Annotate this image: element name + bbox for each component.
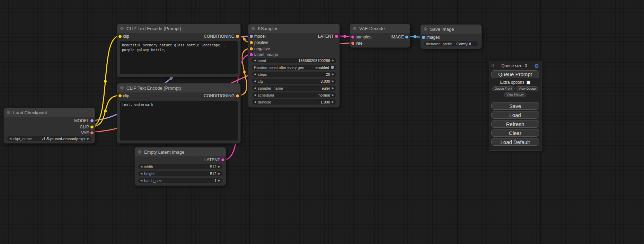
- widget-label: batch_size: [144, 179, 162, 183]
- widget-label: ckpt_name: [13, 137, 32, 141]
- clip-output-port[interactable]: [90, 126, 94, 129]
- slot-row: images: [421, 34, 482, 40]
- node-vae-decode[interactable]: VAE Decode samples IMAGE vae: [350, 24, 410, 48]
- input-label-clip: clip: [123, 93, 129, 98]
- clip-input-port[interactable]: [118, 94, 122, 98]
- latent-output-port[interactable]: [335, 35, 338, 38]
- collapse-dot[interactable]: [353, 27, 356, 30]
- load-default-button[interactable]: Load Default: [491, 138, 539, 146]
- node-save-image[interactable]: Save Image images filename_prefix ComfyU…: [420, 24, 482, 49]
- filename-prefix-widget[interactable]: filename_prefix ComfyUI: [424, 41, 478, 46]
- spacer: [491, 98, 539, 101]
- random-seed-toggle-widget[interactable]: Random seed after every gen enabled: [252, 65, 336, 70]
- positive-input-port[interactable]: [250, 41, 253, 44]
- increment-arrow-icon[interactable]: ▶: [218, 179, 220, 182]
- conditioning-output-port[interactable]: [236, 94, 239, 98]
- queue-prompt-button[interactable]: Queue Prompt: [491, 70, 539, 78]
- graph-canvas[interactable]: Load Checkpoint MODEL CLIP VAE ◀ ckpt_na…: [0, 0, 644, 244]
- batch-size-widget[interactable]: ◀ batch_size 1 ▶: [138, 178, 222, 183]
- increment-arrow-icon[interactable]: ▶: [332, 94, 334, 97]
- node-ksampler[interactable]: KSampler model LATENT positive negative …: [248, 24, 340, 108]
- decrement-arrow-icon[interactable]: ◀: [254, 80, 256, 83]
- node-clip-text-encode-positive[interactable]: CLIP Text Encode (Prompt) clip CONDITION…: [117, 24, 241, 77]
- scheduler-widget[interactable]: ◀ scheduler normal ▶: [252, 92, 336, 98]
- output-label-conditioning: CONDITIONING: [204, 34, 235, 39]
- decrement-arrow-icon[interactable]: ◀: [254, 94, 256, 97]
- collapse-dot[interactable]: [120, 27, 124, 30]
- decrement-arrow-icon[interactable]: ◀: [254, 87, 256, 90]
- increment-arrow-icon[interactable]: ▶: [332, 87, 334, 90]
- samples-input-port[interactable]: [351, 36, 354, 39]
- node-load-checkpoint[interactable]: Load Checkpoint MODEL CLIP VAE ◀ ckpt_na…: [3, 108, 95, 144]
- node-title-bar[interactable]: CLIP Text Encode (Prompt): [117, 24, 240, 33]
- drag-handle-icon[interactable]: ⠿: [491, 64, 494, 68]
- node-clip-text-encode-negative[interactable]: CLIP Text Encode (Prompt) clip CONDITION…: [117, 83, 241, 144]
- vae-input-port[interactable]: [351, 42, 354, 45]
- node-title-bar[interactable]: Save Image: [421, 25, 482, 34]
- link-midpoint-dot: [243, 38, 246, 40]
- positive-prompt-textarea[interactable]: beautiful scenery nature glass bottle la…: [120, 41, 238, 74]
- steps-widget[interactable]: ◀ steps 20 ▶: [252, 72, 336, 77]
- increment-arrow-icon[interactable]: ▶: [218, 165, 220, 168]
- extra-options-checkbox[interactable]: [527, 81, 530, 84]
- denoise-widget[interactable]: ◀ denoise 1.000 ▶: [252, 99, 336, 105]
- load-button[interactable]: Load: [491, 111, 539, 119]
- clip-input-port[interactable]: [118, 35, 122, 38]
- seed-widget[interactable]: ◀ seed 156680208700286 ▶: [252, 58, 336, 63]
- increment-arrow-icon[interactable]: ▶: [218, 172, 220, 175]
- widget-value: 512: [210, 165, 216, 169]
- increment-arrow-icon[interactable]: ▶: [332, 59, 334, 62]
- height-widget[interactable]: ◀ height 512 ▶: [138, 171, 222, 176]
- node-title-bar[interactable]: KSampler: [248, 24, 339, 33]
- queue-panel[interactable]: ⠿ Queue size: 0 ⚙ Queue Prompt Extra opt…: [489, 61, 541, 151]
- increment-arrow-icon[interactable]: ▶: [87, 137, 89, 140]
- clear-button[interactable]: Clear: [491, 129, 539, 137]
- conditioning-output-port[interactable]: [236, 35, 239, 38]
- collapse-dot[interactable]: [138, 150, 141, 154]
- settings-gear-icon[interactable]: ⚙: [535, 63, 539, 69]
- decrement-arrow-icon[interactable]: ◀: [9, 137, 11, 140]
- history-small-buttons: View History: [491, 92, 539, 97]
- collapse-dot[interactable]: [252, 27, 255, 30]
- negative-input-port[interactable]: [250, 47, 253, 51]
- node-title-bar[interactable]: Empty Latent Image: [135, 147, 226, 156]
- image-output-port[interactable]: [405, 36, 408, 39]
- vae-output-port[interactable]: [90, 132, 94, 135]
- refresh-button[interactable]: Refresh: [491, 120, 539, 128]
- images-input-port[interactable]: [422, 36, 425, 39]
- save-button[interactable]: Save: [491, 102, 539, 110]
- decrement-arrow-icon[interactable]: ◀: [140, 172, 142, 175]
- node-title-bar[interactable]: VAE Decode: [350, 24, 410, 33]
- cfg-widget[interactable]: ◀ cfg 8.000 ▶: [252, 79, 336, 84]
- model-input-port[interactable]: [250, 35, 253, 38]
- increment-arrow-icon[interactable]: ▶: [332, 101, 334, 103]
- node-empty-latent-image[interactable]: Empty Latent Image LATENT ◀ width 512 ▶ …: [134, 147, 226, 186]
- model-output-port[interactable]: [90, 119, 94, 123]
- toggle-indicator[interactable]: [331, 66, 334, 69]
- output-label-latent: LATENT: [318, 34, 334, 39]
- decrement-arrow-icon[interactable]: ◀: [254, 73, 256, 76]
- increment-arrow-icon[interactable]: ▶: [332, 80, 334, 83]
- decrement-arrow-icon[interactable]: ◀: [140, 179, 142, 182]
- latent-image-input-port[interactable]: [250, 53, 253, 56]
- width-widget[interactable]: ◀ width 512 ▶: [138, 164, 222, 169]
- collapse-dot[interactable]: [120, 86, 124, 90]
- node-title-bar[interactable]: CLIP Text Encode (Prompt): [117, 83, 240, 92]
- negative-prompt-textarea[interactable]: text, watermark: [120, 101, 238, 141]
- widget-label: sampler_name: [258, 86, 283, 90]
- view-history-button[interactable]: View History: [504, 92, 526, 97]
- queue-front-button[interactable]: Queue Front: [492, 86, 515, 91]
- collapse-dot[interactable]: [7, 111, 10, 114]
- node-title-bar[interactable]: Load Checkpoint: [4, 108, 95, 117]
- latent-output-port[interactable]: [221, 159, 224, 162]
- ckpt-name-widget[interactable]: ◀ ckpt_name v1-5-pruned-emaonly.ckpt ▶: [7, 136, 91, 141]
- input-label-samples: samples: [356, 35, 371, 39]
- decrement-arrow-icon[interactable]: ◀: [140, 165, 142, 168]
- increment-arrow-icon[interactable]: ▶: [332, 73, 334, 76]
- sampler-name-widget[interactable]: ◀ sampler_name euler ▶: [252, 85, 336, 91]
- decrement-arrow-icon[interactable]: ◀: [254, 101, 256, 103]
- decrement-arrow-icon[interactable]: ◀: [254, 59, 256, 62]
- collapse-dot[interactable]: [424, 27, 427, 31]
- input-label-vae: vae: [356, 41, 362, 46]
- view-queue-button[interactable]: View Queue: [516, 86, 538, 91]
